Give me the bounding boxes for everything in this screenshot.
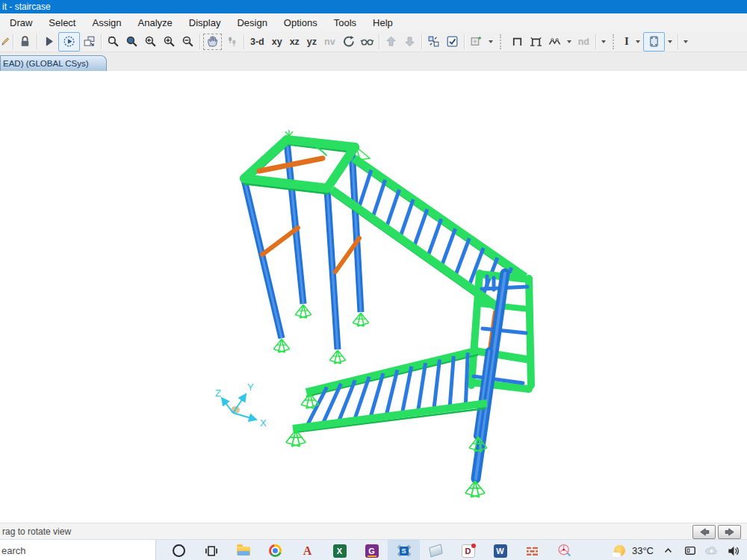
run-analysis-icon[interactable]: [58, 32, 80, 52]
nd-button[interactable]: nd: [574, 37, 593, 47]
menu-help[interactable]: Help: [365, 15, 401, 31]
onedrive-icon[interactable]: [701, 540, 722, 560]
chevron-down-icon[interactable]: [489, 40, 493, 43]
menu-design[interactable]: Design: [229, 15, 275, 31]
chrome-icon[interactable]: [259, 540, 291, 560]
axis-x-label: X: [260, 417, 267, 429]
frame-section-icon[interactable]: I: [621, 35, 633, 48]
toolbar-grip[interactable]: [613, 34, 617, 49]
chevron-down-icon[interactable]: [668, 40, 672, 43]
pencil-icon[interactable]: [0, 33, 10, 51]
view-tab[interactable]: EAD) (GLOBAL CSys): [0, 55, 107, 71]
toolbar: 3-d xy xz yz nv nd I: [0, 31, 747, 52]
chevron-down-icon[interactable]: [567, 40, 571, 43]
menu-draw[interactable]: Draw: [1, 15, 40, 31]
next-view-button[interactable]: [718, 525, 741, 539]
chrome-glyph: [269, 544, 282, 557]
taskbar: earch A X G S D W 33°C: [0, 539, 747, 560]
volume-icon[interactable]: [722, 540, 744, 560]
releases-icon[interactable]: [545, 33, 564, 51]
toolbar-separator: [379, 34, 379, 49]
chevron-down-icon[interactable]: [601, 40, 606, 43]
top-landing[interactable]: [244, 139, 355, 193]
menu-options[interactable]: Options: [276, 15, 326, 31]
frame-supports-icon[interactable]: [527, 33, 545, 51]
folder-glyph: [237, 547, 250, 556]
view-xy-button[interactable]: xy: [268, 37, 286, 47]
autocad-letter: A: [303, 544, 312, 558]
word-letter: W: [494, 544, 507, 558]
file-explorer-icon[interactable]: [227, 540, 259, 560]
bricks-app-icon[interactable]: [516, 540, 548, 560]
menu-display[interactable]: Display: [181, 15, 229, 31]
zoom-out-icon[interactable]: [179, 33, 197, 51]
toolbar-grip[interactable]: [500, 34, 504, 49]
tray-expand-icon[interactable]: [657, 540, 679, 560]
search-text: earch: [1, 545, 26, 556]
menu-analyze[interactable]: Analyze: [130, 15, 181, 31]
previous-view-button[interactable]: [692, 525, 716, 539]
restore-window-icon[interactable]: [80, 33, 99, 51]
toolbar-separator: [37, 34, 37, 49]
autocad-icon[interactable]: A: [291, 540, 323, 560]
task-view-icon[interactable]: [195, 540, 227, 560]
chevron-down-icon[interactable]: [684, 40, 688, 43]
sap2000-icon[interactable]: S: [388, 540, 420, 560]
gstarcad-icon[interactable]: G: [356, 540, 388, 560]
view-nv-button[interactable]: nv: [320, 37, 339, 47]
zoom-in-icon[interactable]: [160, 33, 179, 51]
menu-tools[interactable]: Tools: [326, 15, 365, 31]
lock-icon[interactable]: [16, 33, 34, 51]
word-icon[interactable]: W: [484, 540, 516, 560]
orange-braces[interactable]: [262, 228, 359, 272]
lower-flight[interactable]: [293, 350, 487, 432]
display-options-icon[interactable]: [467, 33, 486, 51]
weather-icon[interactable]: [609, 540, 630, 560]
model-canvas[interactable]: Z Y X: [0, 71, 747, 523]
menu-select[interactable]: Select: [40, 15, 84, 31]
checkbox-icon[interactable]: [443, 33, 462, 51]
title-bar[interactable]: it - staircase: [0, 0, 747, 13]
cortana-icon[interactable]: [163, 540, 195, 560]
toolbar-separator: [13, 34, 13, 49]
chevron-down-icon[interactable]: [636, 40, 640, 43]
temperature-label[interactable]: 33°C: [632, 545, 654, 556]
gstarcad-letter: G: [365, 544, 379, 558]
view-3d-button[interactable]: 3-d: [247, 37, 268, 47]
axis-y-label: Y: [247, 382, 254, 393]
status-message: rag to rotate view: [2, 526, 71, 537]
zoom-full-icon[interactable]: [123, 33, 141, 51]
toolbar-separator: [464, 34, 465, 49]
zoom-window-icon[interactable]: [104, 33, 123, 51]
toolbar-separator: [101, 34, 102, 49]
pan-icon[interactable]: [202, 33, 223, 51]
fan-app-icon[interactable]: [548, 540, 580, 560]
move-down-icon[interactable]: [400, 33, 419, 51]
view-tab-strip: EAD) (GLOBAL CSys): [0, 52, 747, 71]
view-tab-label: EAD) (GLOBAL CSys): [3, 59, 89, 68]
move-up-icon[interactable]: [382, 33, 400, 51]
perspective-icon[interactable]: [358, 33, 376, 51]
menu-assign[interactable]: Assign: [84, 15, 129, 31]
staircase-model[interactable]: Z Y X: [0, 71, 747, 523]
axes-triad: Z Y X: [215, 382, 267, 429]
excel-letter: X: [333, 544, 347, 558]
window-title: it - staircase: [2, 1, 51, 12]
connect-icon[interactable]: [679, 540, 701, 560]
cortana-ring: [173, 544, 185, 557]
rotate-view-icon[interactable]: [339, 33, 358, 51]
app-window: it - staircase Draw Select Assign Analyz…: [0, 0, 747, 560]
select-objects-icon[interactable]: [424, 33, 443, 51]
area-section-icon[interactable]: [643, 32, 665, 52]
view-yz-button[interactable]: yz: [303, 37, 320, 47]
system-tray: 33°C: [609, 540, 744, 560]
d-app-icon[interactable]: D: [452, 540, 484, 560]
view-xz-button[interactable]: xz: [286, 37, 303, 47]
zoom-previous-icon[interactable]: [141, 33, 160, 51]
journal-icon[interactable]: [420, 540, 452, 560]
draw-frame-icon[interactable]: [508, 33, 527, 51]
run-icon[interactable]: [40, 33, 58, 51]
excel-icon[interactable]: X: [323, 540, 356, 560]
search-input[interactable]: earch: [0, 540, 156, 560]
shrink-objects-icon[interactable]: [223, 33, 241, 51]
